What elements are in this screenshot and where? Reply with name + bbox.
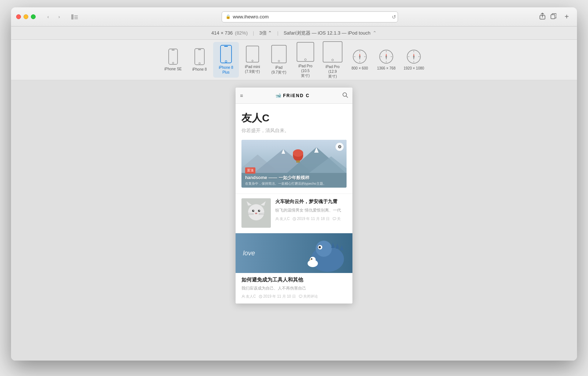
date-meta-2: 2019 年 11 月 10 日 — [259, 294, 295, 299]
browser-info-text: Safari浏览器 — iOS 12.1.3 — iPod touch — [284, 30, 370, 36]
svg-point-89 — [309, 259, 311, 260]
svg-rect-12 — [220, 45, 232, 63]
svg-point-30 — [359, 56, 361, 57]
tabs-button[interactable] — [551, 13, 556, 21]
svg-point-11 — [199, 62, 200, 64]
post-card-2[interactable]: love 如何避免成为工具人和其他 我们应该成为自己、人不再伤害自己 友人C — [236, 233, 352, 304]
device-iphone-8[interactable]: iPhone 8 — [187, 45, 212, 75]
featured-post[interactable]: ⚙ 置顶 handsome —— 一如少年般模样 在复杂中，保持简洁。一款精心打… — [241, 140, 347, 188]
device-1920x1080[interactable]: 1920 × 1080 — [400, 46, 428, 74]
svg-point-58 — [293, 149, 303, 157]
iphone-8-icon — [194, 48, 205, 65]
post-meta-2: 友人C 2019 年 11 月 10 日 关闭评论 — [241, 294, 347, 299]
device-ipad-pro-105[interactable]: iPad Pro(10.5英寸) — [293, 39, 318, 81]
post-card-1[interactable]: 火车驶向云外，梦安魂于九霄 纷飞的温情男女 情仇爱恨别离、一代 友人C 2019… — [236, 194, 352, 232]
svg-point-70 — [255, 213, 257, 214]
ipad-label: iPad(9.7英寸) — [272, 65, 287, 75]
browser-window: ‹ › 🔒 www.ihewro.com ↺ — [11, 7, 577, 361]
800x600-icon — [352, 49, 367, 64]
titlebar: ‹ › 🔒 www.ihewro.com ↺ — [11, 7, 577, 26]
lock-icon: 🔒 — [226, 14, 231, 19]
fullscreen-button[interactable] — [31, 14, 36, 19]
svg-rect-2 — [74, 17, 78, 18]
scale-chevron[interactable]: ⌃ — [268, 30, 272, 36]
post-title-2: 如何避免成为工具人和其他 — [241, 277, 347, 283]
close-button[interactable] — [16, 14, 21, 19]
iphone-8-label: iPhone 8 — [192, 67, 207, 72]
svg-point-68 — [253, 210, 254, 211]
comments-meta-1: 关 — [333, 216, 341, 221]
forward-button[interactable]: › — [54, 13, 64, 21]
logo-text: FRiEND C — [283, 93, 310, 98]
post-title-1: 火车驶向云外，梦安魂于九霄 — [275, 198, 348, 205]
device-iphone-8-plus[interactable]: iPhone 8Plus — [213, 42, 239, 78]
nav-buttons: ‹ › — [43, 13, 64, 21]
mobile-navbar: ≡ 🐋 FRiEND C — [236, 88, 352, 104]
device-ipad-pro-129[interactable]: iPad Pro(12.9英寸) — [319, 38, 346, 82]
svg-point-20 — [304, 58, 306, 60]
featured-description: 在复杂中，保持简洁。一款精心打磨后的typecho主题。 — [245, 181, 343, 186]
svg-point-67 — [258, 210, 260, 212]
reload-button[interactable]: ↺ — [392, 14, 396, 20]
logo-whale-icon: 🐋 — [275, 93, 282, 98]
sidebar-toggle-button[interactable] — [69, 13, 80, 21]
responsive-bar: 414 × 736 (82%) | 3倍 ⌃ | Safari浏览器 — iOS… — [11, 26, 577, 40]
site-title: 友人C — [241, 111, 347, 125]
device-800x600[interactable]: 800 × 600 — [347, 46, 373, 74]
address-bar[interactable]: 🔒 www.ihewro.com ↺ — [222, 11, 398, 22]
ipad-icon — [271, 45, 287, 63]
minimize-button[interactable] — [24, 14, 28, 19]
mobile-browser-preview: ≡ 🐋 FRiEND C 友人C 你若盛开，清风自来。 — [236, 88, 352, 304]
back-button[interactable]: ‹ — [43, 13, 53, 21]
ipad-pro-129-icon — [323, 41, 343, 63]
device-ipad[interactable]: iPad(9.7英寸) — [266, 42, 292, 78]
ipad-pro-129-label: iPad Pro(12.9英寸) — [326, 64, 340, 79]
post-excerpt-1: 纷飞的温情男女 情仇爱恨别离、一代 — [275, 207, 348, 213]
1366x768-label: 1366 × 768 — [377, 66, 395, 71]
date-meta-1: 2019 年 11 月 18 日 — [293, 216, 329, 221]
share-button[interactable] — [539, 13, 545, 21]
svg-rect-92 — [299, 295, 302, 297]
svg-line-48 — [346, 96, 348, 97]
post-full-image: love — [236, 233, 352, 273]
post-excerpt-2: 我们应该成为自己、人不再伤害自己 — [241, 285, 347, 291]
svg-point-88 — [311, 258, 312, 260]
svg-rect-5 — [551, 15, 555, 19]
browser-chevron[interactable]: ⌃ — [373, 30, 377, 36]
svg-rect-0 — [71, 14, 74, 19]
800x600-label: 800 × 600 — [352, 66, 368, 71]
iphone-8-plus-icon — [220, 45, 232, 63]
hamburger-icon[interactable]: ≡ — [240, 93, 243, 99]
love-text: love — [243, 249, 255, 257]
svg-point-82 — [319, 246, 321, 248]
ipad-mini-label: iPad mini(7.9英寸) — [245, 64, 260, 74]
traffic-lights — [16, 14, 36, 19]
add-tab-button[interactable]: + — [562, 12, 572, 22]
svg-point-38 — [386, 56, 387, 57]
content-area: ≡ 🐋 FRiEND C 友人C 你若盛开，清风自来。 — [11, 80, 577, 361]
search-icon[interactable] — [342, 92, 348, 99]
post-info-1: 火车驶向云外，梦安魂于九霄 纷飞的温情男女 情仇爱恨别离、一代 友人C 2019… — [275, 194, 352, 232]
post-full-content: 如何避免成为工具人和其他 我们应该成为自己、人不再伤害自己 友人C 2019 年… — [236, 277, 352, 299]
svg-rect-59 — [296, 160, 300, 163]
featured-badge: 置顶 — [245, 167, 255, 174]
svg-rect-13 — [224, 46, 228, 47]
device-ipad-mini[interactable]: iPad mini(7.9英寸) — [240, 43, 265, 77]
site-content: 友人C 你若盛开，清风自来。 — [236, 104, 352, 304]
gear-icon[interactable]: ⚙ — [336, 143, 344, 151]
svg-point-8 — [172, 62, 174, 64]
svg-point-14 — [225, 61, 227, 63]
1920x1080-icon — [406, 49, 421, 64]
featured-title: handsome —— 一如少年般模样 — [245, 175, 309, 181]
svg-point-18 — [278, 60, 280, 62]
address-bar-wrapper: 🔒 www.ihewro.com ↺ — [83, 11, 536, 22]
post-thumb-1 — [241, 198, 271, 228]
svg-rect-77 — [333, 217, 336, 220]
svg-point-46 — [413, 56, 415, 57]
device-1366x768[interactable]: 1366 × 768 — [373, 46, 399, 74]
toolbar-right: + — [539, 12, 572, 22]
svg-rect-7 — [172, 50, 175, 50]
svg-point-69 — [259, 210, 260, 211]
device-iphone-se[interactable]: iPhone SE — [160, 46, 186, 74]
iphone-8-plus-label: iPhone 8Plus — [219, 65, 233, 75]
